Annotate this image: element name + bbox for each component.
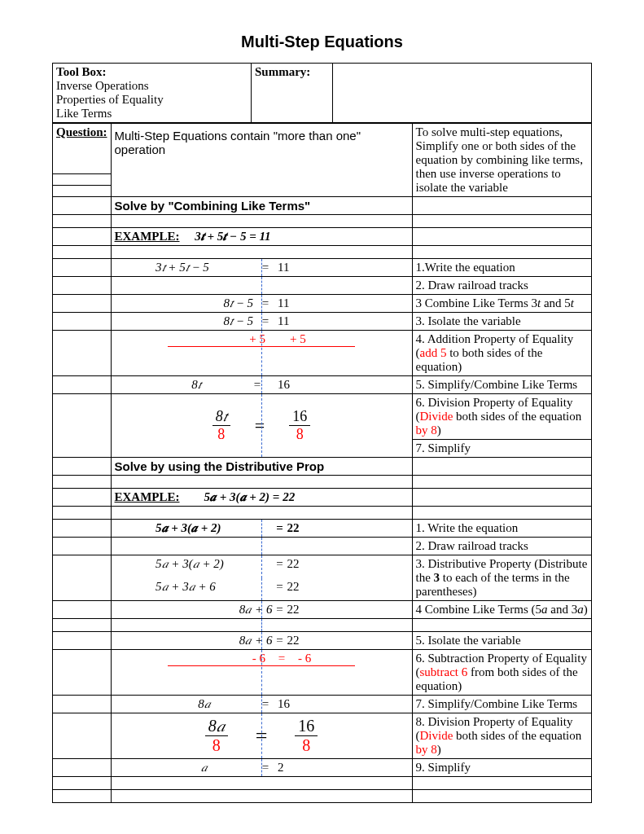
step-desc: 2. Draw railroad tracks [412, 538, 591, 555]
toolbox-label: Tool Box: [56, 65, 248, 79]
empty-cell [53, 507, 112, 520]
eq-lhs: + 5 [168, 332, 265, 346]
eq-cell: 8𝑎 + 6 = 22 [111, 632, 412, 650]
empty-cell [53, 259, 112, 277]
empty-cell [53, 295, 112, 313]
railroad-track [261, 295, 262, 312]
step-desc: 4 Combine Like Terms (5a and 3a) [412, 601, 591, 619]
eq-rhs: + 5 [290, 332, 355, 346]
railroad-track [261, 696, 262, 713]
eq-cell [111, 538, 412, 555]
step-desc: 6. Division Property of Equality (Divide… [412, 394, 591, 440]
empty-cell [53, 458, 112, 476]
empty-cell [412, 476, 591, 489]
eq-cell: 8𝑎 = 16 [111, 696, 412, 713]
empty-cell [53, 173, 112, 185]
empty-cell [53, 777, 112, 790]
example-eq: 5𝒂 + 3(𝒂 + 2) = 22 [204, 490, 296, 503]
railroad-track [261, 538, 262, 555]
empty-cell [53, 376, 112, 394]
page-title: Multi-Step Equations [52, 33, 592, 51]
eq-rhs: 22 [287, 634, 367, 647]
eq-cell: 𝑎 = 2 [111, 759, 412, 777]
eq-rhs: 16 [278, 697, 367, 711]
question-label: Question: [53, 124, 112, 174]
empty-cell [53, 476, 112, 489]
eq-lhs: 8𝑡 − 5 [156, 314, 253, 328]
empty-cell [111, 790, 412, 803]
eq-cell: 8𝑎8 = 168 [111, 713, 412, 759]
fraction: 168 [289, 408, 310, 443]
empty-cell [111, 777, 412, 790]
example-label: EXAMPLE: [115, 490, 180, 503]
eq-cell: 8𝑡 − 5 = 11 [111, 295, 412, 313]
empty-cell [53, 713, 112, 759]
eq-cell: 8𝑎 + 6 = 22 [111, 601, 412, 619]
railroad-track [261, 259, 262, 276]
eq-rhs: - 6 [298, 652, 355, 665]
railroad-track [261, 601, 262, 618]
eq-lhs: 5𝒂 + 3(𝒂 + 2) [156, 521, 272, 535]
equals-sign: = [257, 314, 274, 328]
empty-cell [53, 759, 112, 777]
step-desc: 3 Combine Like Terms 3t and 5t [412, 295, 591, 313]
step-desc: 8. Division Property of Equality (Divide… [412, 713, 591, 759]
empty-cell [53, 650, 112, 696]
empty-cell [53, 619, 112, 632]
eq-cell: + 5 + 5 [111, 331, 412, 376]
eq-lhs: 8𝑎 + 6 [156, 634, 272, 647]
empty-cell [412, 246, 591, 259]
railroad-track [261, 713, 262, 758]
step-desc: 1. Write the equation [412, 520, 591, 538]
eq-cell: - 6 = - 6 [111, 650, 412, 696]
eq-rhs: 11 [278, 296, 367, 310]
empty-cell [53, 331, 112, 376]
empty-cell [53, 790, 112, 803]
empty-cell [412, 619, 591, 632]
intro-left: Multi-Step Equations contain "more than … [111, 124, 412, 197]
empty-cell [53, 489, 112, 507]
railroad-track [261, 555, 262, 578]
eq-rhs: 22 [287, 580, 367, 594]
step-desc: 7. Simplify/Combine Like Terms [412, 696, 591, 713]
empty-cell [111, 476, 412, 489]
section-head: Solve by "Combining Like Terms" [111, 197, 412, 215]
empty-cell [111, 215, 412, 228]
railroad-track [261, 619, 262, 631]
equals-sign: = [272, 634, 287, 647]
eq-cell: 8𝑡 − 5 = 11 [111, 313, 412, 331]
eq-cell: 8𝑡 = 16 [111, 376, 412, 394]
step-desc: 3. Isolate the variable [412, 313, 591, 331]
eq-rhs: 11 [278, 261, 367, 274]
empty-cell [412, 790, 591, 803]
empty-cell [53, 520, 112, 538]
step-desc: 5. Simplify/Combine Like Terms [412, 376, 591, 394]
eq-cell: 5𝑎 + 3𝑎 + 6 = 22 [111, 578, 412, 601]
railroad-track [261, 759, 262, 776]
eq-lhs: 3𝑡 + 5𝑡 − 5 [156, 261, 253, 274]
example-eq: 3𝒕 + 5𝒕 − 5 = 11 [195, 230, 270, 243]
eq-rhs: 22 [287, 603, 367, 617]
empty-cell [53, 555, 112, 601]
railroad-track [261, 520, 262, 537]
eq-lhs: 5𝑎 + 3(𝑎 + 2) [156, 557, 272, 571]
toolbox-item: Inverse Operations [56, 79, 248, 93]
step-desc: 9. Simplify [412, 759, 591, 777]
eq-cell: 8𝑡8 = 168 [111, 394, 412, 458]
fraction: 8𝑎8 [205, 717, 228, 755]
empty-cell [53, 601, 112, 619]
equals-sign: = [257, 261, 274, 274]
equals-sign: = [272, 521, 287, 535]
equals-sign: = [272, 580, 287, 594]
step-desc: 6. Subtraction Property of Equality (sub… [412, 650, 591, 696]
equals-sign: = [255, 415, 265, 437]
step-desc: 1.Write the equation [412, 259, 591, 277]
equals-sign: = [274, 652, 290, 665]
empty-cell [53, 185, 112, 196]
step-desc: 5. Isolate the variable [412, 632, 591, 650]
fraction: 8𝑡8 [212, 408, 230, 443]
eq-lhs: 8𝑡 [156, 378, 237, 392]
step-desc: 2. Draw railroad tracks [412, 277, 591, 295]
empty-cell [412, 197, 591, 215]
step-desc: 3. Distributive Property (Distribute the… [412, 555, 591, 601]
